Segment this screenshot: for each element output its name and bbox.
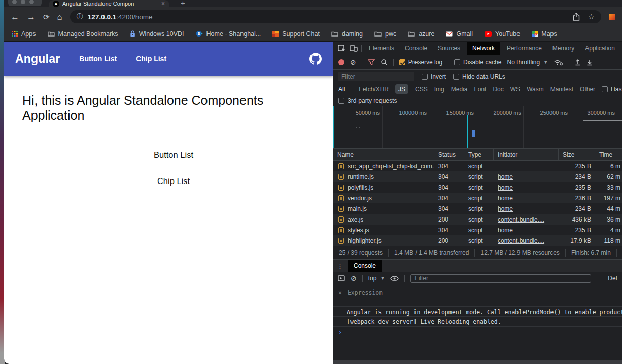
bookmark-folder-pwc[interactable]: pwc <box>374 30 396 38</box>
bookmark-windows-vdi[interactable]: Windows 10VDI <box>130 30 184 38</box>
console-empty-area[interactable] <box>333 337 622 360</box>
console-filter-input[interactable] <box>410 274 591 283</box>
bookmark-gmail[interactable]: Gmail <box>446 30 473 38</box>
type-filter-css[interactable]: CSS <box>415 86 428 93</box>
bookmark-home-sharepoint[interactable]: S Home - Shanghai... <box>196 30 261 38</box>
type-filter-wasm[interactable]: Wasm <box>527 86 544 93</box>
throttling-select[interactable]: No throttling ▼ <box>507 59 548 66</box>
import-har-icon[interactable] <box>575 59 581 66</box>
checkbox-icon[interactable] <box>602 86 608 92</box>
request-initiator[interactable]: home <box>498 227 513 234</box>
record-icon[interactable] <box>338 59 344 65</box>
export-har-icon[interactable] <box>586 59 593 66</box>
checkbox-icon[interactable] <box>454 59 460 65</box>
site-info-icon[interactable]: ⓘ <box>77 12 83 21</box>
invert-checkbox[interactable]: Invert <box>422 73 446 80</box>
console-prompt[interactable]: › <box>333 327 622 337</box>
filter-funnel-icon[interactable] <box>368 59 375 66</box>
console-message[interactable]: [webpack-dev-server] Live Reloading enab… <box>333 317 622 327</box>
new-tab-button[interactable]: + <box>181 0 185 7</box>
clear-console-icon[interactable]: ⊘ <box>351 275 357 282</box>
chip-list-link[interactable]: Chip List <box>22 176 325 186</box>
nav-chip-list[interactable]: Chip List <box>136 55 166 63</box>
preserve-log-checkbox[interactable]: Preserve log <box>399 59 442 66</box>
request-initiator[interactable]: home <box>498 195 513 202</box>
request-name[interactable]: vendor.js <box>333 195 434 202</box>
reload-icon[interactable]: ⟳ <box>43 13 50 21</box>
type-filter-manifest[interactable]: Manifest <box>550 86 573 93</box>
table-row[interactable]: highlighter.js 200 script content.bundle… <box>333 235 622 246</box>
tab-sources[interactable]: Sources <box>434 42 464 55</box>
type-filter-doc[interactable]: Doc <box>493 86 503 93</box>
column-type[interactable]: Type <box>464 149 494 160</box>
close-window-button[interactable] <box>12 0 17 4</box>
clear-icon[interactable]: ⊘ <box>350 59 356 66</box>
column-time[interactable]: Time <box>595 149 622 160</box>
button-list-link[interactable]: Button List <box>22 150 325 160</box>
column-size[interactable]: Size <box>559 149 595 160</box>
extension-icon[interactable] <box>609 14 615 20</box>
context-select[interactable]: top ▼ <box>368 275 385 282</box>
type-filter-xhr[interactable]: Fetch/XHR <box>359 86 389 93</box>
checkbox-icon[interactable] <box>453 74 459 80</box>
column-status[interactable]: Status <box>434 149 464 160</box>
kebab-menu-icon[interactable]: ⋮ <box>337 262 343 270</box>
request-name[interactable]: main.js <box>333 205 434 212</box>
search-icon[interactable] <box>381 59 388 66</box>
request-initiator[interactable]: content.bundle.... <box>498 237 544 244</box>
remove-expression-icon[interactable]: × <box>338 289 342 296</box>
home-icon[interactable]: ⌂ <box>57 13 62 21</box>
disable-cache-checkbox[interactable]: Disable cache <box>454 59 501 66</box>
table-row[interactable]: styles.js 304 script home 235 B 4 m <box>333 225 622 235</box>
tab-elements[interactable]: Elements <box>365 42 398 55</box>
type-filter-media[interactable]: Media <box>451 86 468 93</box>
third-party-checkbox[interactable]: 3rd-party requests <box>338 97 397 104</box>
table-row[interactable]: src_app_chip-list_chip-list_com... 304 s… <box>333 161 622 171</box>
zoom-window-button[interactable] <box>29 0 34 4</box>
forward-icon[interactable]: → <box>27 13 36 21</box>
inspect-element-icon[interactable] <box>338 45 346 52</box>
bookmark-managed[interactable]: Managed Bookmarks <box>48 30 118 38</box>
checkbox-icon[interactable] <box>338 98 344 104</box>
console-sidebar-icon[interactable] <box>338 275 345 281</box>
checkbox-checked-icon[interactable] <box>399 59 405 65</box>
default-levels-select[interactable]: Def <box>608 275 617 282</box>
request-name[interactable]: axe.js <box>333 216 434 223</box>
eye-icon[interactable] <box>390 276 399 281</box>
window-controls[interactable] <box>8 0 42 6</box>
network-filter-input[interactable] <box>338 72 414 81</box>
live-expression-row[interactable]: × Expression <box>333 285 622 307</box>
network-conditions-icon[interactable] <box>554 59 563 66</box>
request-initiator[interactable]: home <box>498 173 513 180</box>
request-initiator[interactable]: home <box>498 184 513 191</box>
table-row[interactable]: runtime.js 304 script home 234 B 62 m <box>333 171 622 182</box>
tab-application[interactable]: Application <box>581 42 618 55</box>
request-name[interactable]: styles.js <box>333 227 434 234</box>
has-blocked-cookies-checkbox[interactable]: Has blocked c <box>602 86 622 93</box>
device-toolbar-icon[interactable] <box>350 45 358 52</box>
checkbox-icon[interactable] <box>422 74 428 80</box>
github-link[interactable] <box>309 53 322 65</box>
request-initiator[interactable]: content.bundle.... <box>498 216 544 223</box>
network-timeline[interactable]: 50000 ms 100000 ms 150000 ms 200000 ms 2… <box>333 106 622 149</box>
bookmark-apps[interactable]: Apps <box>12 30 36 38</box>
type-filter-font[interactable]: Font <box>474 86 486 93</box>
request-name[interactable]: polyfills.js <box>333 184 434 191</box>
bookmark-star-icon[interactable]: ☆ <box>588 12 595 21</box>
expression-placeholder[interactable]: Expression <box>348 289 383 296</box>
minimize-window-button[interactable] <box>21 0 25 4</box>
tab-console[interactable]: Console <box>401 42 431 55</box>
bookmark-maps[interactable]: Maps <box>532 30 557 38</box>
column-name[interactable]: Name <box>333 149 434 160</box>
type-filter-img[interactable]: Img <box>434 86 444 93</box>
type-filter-ws[interactable]: WS <box>510 86 520 93</box>
tab-memory[interactable]: Memory <box>549 42 578 55</box>
drawer-tab-console[interactable]: Console <box>348 260 382 272</box>
request-initiator[interactable]: home <box>498 205 513 212</box>
request-name[interactable]: runtime.js <box>333 173 434 180</box>
address-bar[interactable]: ⓘ 127.0.0.1:4200/home ☆ <box>70 10 601 23</box>
bookmark-support-chat[interactable]: Support Chat <box>272 30 320 38</box>
bookmark-folder-azure[interactable]: azure <box>408 30 434 38</box>
request-name[interactable]: highlighter.js <box>333 237 434 244</box>
tab-performance[interactable]: Performance <box>503 42 545 55</box>
